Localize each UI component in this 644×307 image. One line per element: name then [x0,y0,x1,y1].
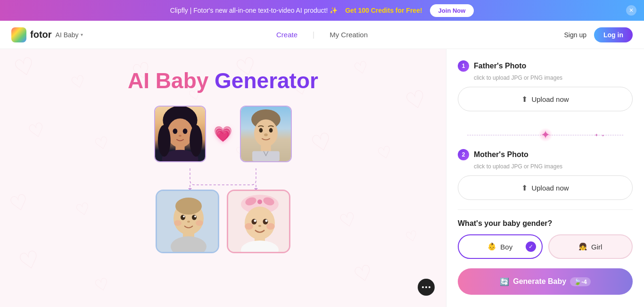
gender-options: 👶 Boy ✓ 👧 Girl [458,234,633,259]
svg-point-25 [187,221,190,223]
sparkle-divider: ✦ ✦ ✦ [458,121,633,149]
logo-text: fotor [30,29,52,40]
sparkle-center: ✦ [541,128,550,141]
parent-photos-row: 💗 [143,106,303,162]
chevron-down-icon: ▾ [81,32,83,37]
dot [422,286,424,288]
svg-point-11 [259,128,263,133]
right-panel: 1 Father's Photo click to upload JPG or … [446,49,644,307]
baby-girl-preview [227,190,290,253]
svg-point-12 [269,128,273,133]
svg-point-41 [245,223,253,230]
sparkle-stars: ✦ ✦ [594,130,604,139]
nav-divider: | [313,31,314,39]
generate-icon: 🔄 [500,277,509,286]
father-preview [240,106,292,162]
svg-point-2 [173,128,178,134]
girl-label: Girl [591,243,602,251]
father-face [241,107,291,161]
log-in-button[interactable]: Log in [594,27,633,42]
mother-upload-button[interactable]: ⬆ Upload now [458,175,633,200]
top-banner: Clipfly | Fotor's new all-in-one text-to… [0,0,644,21]
product-selector[interactable]: AI Baby ▾ [56,31,83,39]
heart-connector: 💗 [214,115,232,153]
sign-up-button[interactable]: Sign up [564,31,586,39]
product-label-text: AI Baby [56,31,79,39]
boy-emoji: 👶 [487,242,496,251]
father-upload-label: Upload now [531,95,569,103]
father-upload-section: 1 Father's Photo click to upload JPG or … [458,60,633,111]
generate-credits: 🍃-4 [570,277,591,286]
dot [425,286,427,288]
svg-point-38 [254,220,256,222]
upload-icon: ⬆ [521,95,528,104]
svg-point-4 [179,135,182,137]
father-section-header: 1 Father's Photo [458,60,633,72]
boy-gender-button[interactable]: 👶 Boy ✓ [458,234,543,259]
father-upload-button[interactable]: ⬆ Upload now [458,87,633,111]
svg-point-1 [167,118,193,148]
title-generator: Generator [215,68,318,93]
photo-arrangement: 💗 [143,106,303,253]
svg-point-8 [190,125,202,157]
svg-point-34 [257,199,262,204]
mother-section-header: 2 Mother's Photo [458,149,633,160]
more-options-button[interactable] [418,279,435,296]
title-ai: AI [128,68,156,93]
svg-point-40 [258,225,261,227]
banner-close-button[interactable]: ✕ [626,5,636,16]
left-content-area: ♡ ♡ ♡ ♡ ♡ ♡ ♡ ♡ ♡ ♡ ♡ ♡ ♡ ♡ ♡ ♡ ♡ ♡ ♡ ♡ … [0,49,446,307]
girl-gender-button[interactable]: 👧 Girl [548,234,633,259]
mother-upload-section: 2 Mother's Photo click to upload JPG or … [458,149,633,200]
panel-divider [458,209,633,210]
logo[interactable]: fotor [11,27,52,42]
svg-point-42 [266,223,275,230]
banner-text: Clipfly | Fotor's new all-in-one text-to… [170,7,338,14]
baby-boy-preview [156,190,219,253]
svg-rect-14 [261,145,271,152]
check-badge: ✓ [526,241,536,252]
header-actions: Sign up Log in [564,27,633,42]
gender-question: What's your baby gender? [458,219,633,228]
dot [429,286,430,288]
svg-point-24 [194,216,196,217]
family-connector [143,166,303,190]
svg-point-3 [183,128,188,134]
mother-subtitle: click to upload JPG or PNG images [474,163,633,170]
father-subtitle: click to upload JPG or PNG images [474,75,633,81]
svg-point-37 [263,219,268,224]
join-now-button[interactable]: Join Now [430,4,474,17]
heart-icon: 💗 [214,125,232,143]
boy-label: Boy [500,243,512,251]
svg-point-7 [158,125,171,157]
mother-preview [154,106,206,162]
main-nav: Create | My Creation [276,31,368,39]
page-title: AI Baby Generator [128,68,318,93]
banner-credits-text: Get 100 Credits for Free! [345,7,422,14]
nav-create[interactable]: Create [276,31,297,39]
mother-face [155,107,205,161]
svg-point-22 [192,215,197,220]
svg-point-39 [265,220,268,222]
mother-title: Mother's Photo [474,150,528,159]
generate-label: Generate Baby [513,277,566,286]
svg-point-36 [252,219,257,224]
logo-icon [11,27,26,42]
svg-point-21 [181,215,185,220]
mother-number: 2 [458,149,469,160]
title-baby: Baby [156,68,215,93]
mother-upload-label: Upload now [531,184,569,192]
svg-point-10 [254,119,278,147]
upload-icon-2: ⬆ [521,183,528,192]
svg-point-35 [245,207,275,240]
svg-point-26 [174,220,182,226]
svg-point-27 [196,220,203,226]
generate-baby-button[interactable]: 🔄 Generate Baby 🍃-4 [458,268,633,295]
svg-point-13 [264,133,268,136]
baby-photos-row [143,190,303,253]
sparkle-icon: ✦ [541,128,550,141]
father-title: Father's Photo [474,62,526,70]
main-layout: ♡ ♡ ♡ ♡ ♡ ♡ ♡ ♡ ♡ ♡ ♡ ♡ ♡ ♡ ♡ ♡ ♡ ♡ ♡ ♡ … [0,49,644,307]
svg-point-20 [175,198,202,215]
nav-my-creation[interactable]: My Creation [330,31,368,39]
